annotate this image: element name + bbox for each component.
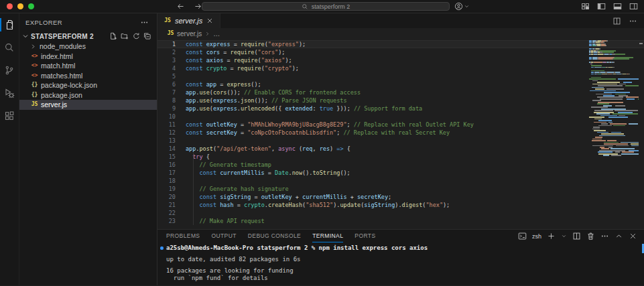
- zoom-window-button[interactable]: [28, 3, 34, 9]
- code-line-14[interactable]: 14app.post("/api/get-token", async (req,…: [157, 145, 644, 153]
- activity-explorer[interactable]: [0, 13, 19, 36]
- code-line-8[interactable]: 8app.use(express.json()); // Parse JSON …: [157, 96, 644, 104]
- code-token: require: [241, 41, 265, 48]
- minimap-line: [589, 84, 639, 85]
- panel-tab-ports[interactable]: PORTS: [355, 230, 375, 242]
- terminal-profile-dropdown-icon[interactable]: [561, 233, 567, 239]
- code-line-20[interactable]: 20 const sigString = outletKey + current…: [157, 193, 644, 201]
- minimap-line: [589, 55, 639, 56]
- code-line-18[interactable]: 18: [157, 177, 644, 185]
- shell-label[interactable]: zsh: [532, 233, 541, 240]
- panel-tabs: PROBLEMSOUTPUTDEBUG CONSOLETERMINALPORTS: [157, 230, 375, 242]
- minimap[interactable]: [589, 40, 639, 157]
- breadcrumb-item-file[interactable]: server.js: [177, 30, 202, 38]
- explorer-more-actions-icon[interactable]: [140, 18, 149, 27]
- file-item-package.json[interactable]: {}package.json: [19, 90, 157, 100]
- line-number: 11: [157, 121, 176, 129]
- code-line-9[interactable]: 9app.use(express.urlencoded({ extended: …: [157, 104, 644, 113]
- terminal-output[interactable]: a25sb@Ahmeds-MacBook-Pro statsperform 2 …: [157, 242, 644, 285]
- toggle-panel-icon[interactable]: [613, 2, 622, 11]
- code-token: // Generate hash signature: [199, 186, 288, 192]
- code-token: update: [340, 202, 361, 208]
- file-item-index.html[interactable]: <>index.html: [19, 52, 157, 62]
- activity-extensions[interactable]: [0, 104, 19, 127]
- code-token: outletKey: [206, 121, 237, 128]
- file-item-node_modules[interactable]: node_modules: [19, 42, 157, 52]
- breadcrumb-item-symbol[interactable]: …: [213, 30, 220, 38]
- source-control-icon: [4, 65, 15, 76]
- panel-tab-terminal[interactable]: TERMINAL: [312, 230, 343, 242]
- code-token: use: [199, 89, 209, 96]
- customize-layout-icon[interactable]: [581, 2, 590, 11]
- code-editor[interactable]: 1const express = require("express");2con…: [157, 39, 644, 229]
- vscode-window: statsperform 2 EXPLORER STATSPERFORM 2 n…: [0, 0, 644, 285]
- debug-icon: [4, 88, 15, 98]
- code-token: );: [443, 202, 450, 208]
- minimap-line: [589, 44, 639, 45]
- back-arrow-icon[interactable]: [176, 2, 185, 11]
- maximize-panel-icon[interactable]: [615, 232, 623, 240]
- editor-more-actions-icon[interactable]: [629, 17, 637, 25]
- file-item-match.html[interactable]: <>match.html: [19, 61, 157, 71]
- file-item-server.js[interactable]: JSserver.js: [19, 100, 157, 110]
- profile-menu[interactable]: [454, 0, 470, 13]
- refresh-icon[interactable]: [132, 32, 140, 40]
- new-folder-icon[interactable]: [121, 32, 129, 40]
- code-token: const: [199, 169, 216, 176]
- code-line-4[interactable]: 4const crypto = require("crypto");: [157, 64, 644, 72]
- code-line-22[interactable]: 22: [157, 209, 644, 217]
- workbench: EXPLORER STATSPERFORM 2 node_modules<>in…: [0, 13, 644, 285]
- split-terminal-button[interactable]: [572, 232, 581, 240]
- code-line-3[interactable]: 3const axios = require("axios");: [157, 56, 644, 64]
- panel-more-actions-icon[interactable]: [600, 232, 609, 240]
- code-line-11[interactable]: 11const outletKey = "hMAhLWhoyRMA9bjU8ac…: [157, 121, 644, 129]
- kill-terminal-button[interactable]: [586, 232, 595, 240]
- code-line-19[interactable]: 19 // Generate hash signature: [157, 185, 644, 193]
- activity-run-debug[interactable]: [0, 82, 19, 104]
- command-center-search[interactable]: statsperform 2: [202, 2, 450, 11]
- split-editor-icon[interactable]: [613, 17, 621, 25]
- collapse-all-icon[interactable]: [143, 32, 151, 40]
- toggle-sidebar-icon[interactable]: [597, 2, 606, 11]
- panel-tab-problems[interactable]: PROBLEMS: [166, 230, 200, 242]
- minimap-line: [589, 125, 639, 127]
- minimap-line: [589, 112, 639, 113]
- file-item-package-lock.json[interactable]: {}package-lock.json: [19, 80, 157, 90]
- tab-server-js[interactable]: JS server.js: [157, 13, 220, 28]
- code-line-6[interactable]: 6const app = express();: [157, 80, 644, 88]
- code-token: ());: [227, 89, 244, 96]
- line-number: 2: [157, 48, 176, 56]
- file-item-matches.html[interactable]: <>matches.html: [19, 71, 157, 81]
- code-line-17[interactable]: 17 const currentMillis = Date.now().toSt…: [157, 169, 644, 177]
- code-line-1[interactable]: 1const express = require("express");: [157, 40, 644, 48]
- code-token: =: [265, 169, 275, 176]
- folder-root[interactable]: STATSPERFORM 2: [19, 31, 157, 42]
- minimize-window-button[interactable]: [17, 3, 23, 9]
- code-token: =: [237, 129, 247, 136]
- code-line-5[interactable]: 5: [157, 72, 644, 80]
- new-file-icon[interactable]: [109, 32, 117, 40]
- close-window-button[interactable]: [7, 3, 13, 9]
- code-line-23[interactable]: 23 // Make API request: [157, 217, 644, 225]
- code-token: =>: [336, 145, 343, 152]
- minimap-line: [589, 110, 639, 111]
- activity-source-control[interactable]: [0, 59, 19, 82]
- code-line-16[interactable]: 16 // Generate timestamp: [157, 161, 644, 169]
- code-line-13[interactable]: 13: [157, 137, 644, 145]
- close-tab-icon[interactable]: [206, 17, 214, 25]
- code-line-12[interactable]: 12const secretKey = "coNpcOtoFbcoatnbLib…: [157, 129, 644, 137]
- code-line-7[interactable]: 7app.use(cors()); // Enable CORS for fro…: [157, 88, 644, 96]
- code-line-15[interactable]: 15 try {: [157, 153, 644, 161]
- code-line-21[interactable]: 21 const hash = crypto.createHash("sha51…: [157, 201, 644, 209]
- close-panel-icon[interactable]: [629, 232, 637, 240]
- panel-tab-output[interactable]: OUTPUT: [211, 230, 236, 242]
- minimap-line: [589, 42, 639, 43]
- code-token: express: [227, 81, 251, 88]
- activity-search[interactable]: [0, 36, 19, 59]
- new-terminal-button[interactable]: [547, 232, 556, 240]
- panel-tab-debug-console[interactable]: DEBUG CONSOLE: [248, 230, 301, 242]
- code-line-2[interactable]: 2const cors = require("cors");: [157, 48, 644, 56]
- code-line-10[interactable]: 10: [157, 113, 644, 121]
- toggle-secondary-sidebar-icon[interactable]: [629, 2, 638, 11]
- panel-header: PROBLEMSOUTPUTDEBUG CONSOLETERMINALPORTS…: [157, 230, 644, 242]
